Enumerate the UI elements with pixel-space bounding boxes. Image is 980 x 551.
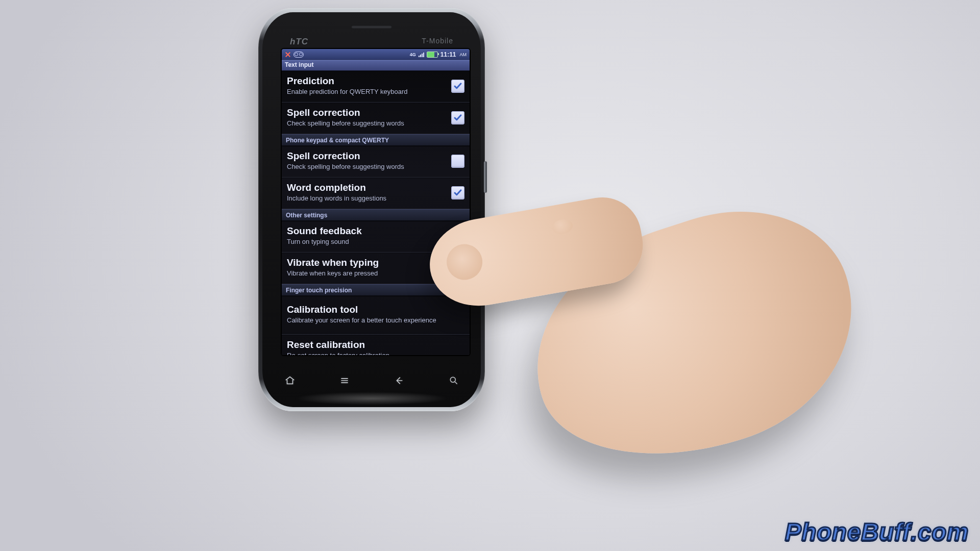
watermark: PhoneBuff.com bbox=[785, 518, 969, 546]
setting-subtitle: Re-set screen to factory calibration bbox=[287, 352, 464, 355]
finger-shadow bbox=[429, 219, 541, 281]
checkbox-spell-correction-qwerty[interactable] bbox=[451, 111, 464, 124]
home-button[interactable] bbox=[282, 373, 298, 388]
checkbox-spell-correction-keypad[interactable] bbox=[451, 155, 464, 168]
error-icon bbox=[285, 52, 291, 58]
setting-title: Prediction bbox=[287, 76, 447, 87]
setting-title: Spell correction bbox=[287, 151, 447, 162]
phone-chin-reflection bbox=[295, 392, 448, 405]
setting-row-word-completion[interactable]: Word completion Include long words in su… bbox=[282, 178, 470, 209]
phone-side-button bbox=[484, 161, 487, 193]
knuckle bbox=[551, 218, 574, 236]
phone-body: hTC T-Mobile 4G 11:11AM Text input bbox=[258, 8, 485, 411]
phone-brand: hTC bbox=[290, 37, 308, 47]
setting-title: Word completion bbox=[287, 183, 447, 193]
setting-title: Reset calibration bbox=[287, 340, 464, 350]
section-header-finger-touch-precision: Finger touch precision bbox=[282, 284, 470, 296]
setting-title: Calibration tool bbox=[287, 305, 464, 315]
clock-ampm: AM bbox=[460, 52, 467, 57]
check-icon bbox=[453, 113, 462, 122]
back-icon bbox=[394, 375, 405, 386]
palm bbox=[504, 180, 885, 494]
menu-button[interactable] bbox=[337, 373, 352, 388]
clock-time: 11:11 bbox=[440, 51, 456, 58]
battery-icon bbox=[427, 52, 438, 58]
status-bar: 4G 11:11AM bbox=[282, 49, 470, 60]
search-button[interactable] bbox=[446, 373, 461, 388]
search-icon bbox=[449, 375, 459, 386]
voicemail-icon bbox=[293, 52, 304, 58]
section-header-phone-keypad: Phone keypad & compact QWERTY bbox=[282, 134, 470, 146]
back-button[interactable] bbox=[391, 373, 407, 388]
checkbox-word-completion[interactable] bbox=[451, 186, 464, 199]
setting-row-spell-correction-qwerty[interactable]: Spell correction Check spelling before s… bbox=[282, 103, 470, 134]
status-right: 4G 11:11AM bbox=[410, 51, 467, 58]
phone-screen: 4G 11:11AM Text input Prediction Enable … bbox=[282, 49, 470, 355]
home-icon bbox=[284, 375, 296, 386]
setting-row-spell-correction-keypad[interactable]: Spell correction Check spelling before s… bbox=[282, 146, 470, 178]
network-type: 4G bbox=[410, 52, 416, 57]
capacitive-button-bar bbox=[262, 369, 481, 392]
settings-list[interactable]: Prediction Enable prediction for QWERTY … bbox=[282, 71, 470, 355]
setting-subtitle: Include long words in suggestions bbox=[287, 194, 447, 203]
setting-subtitle: Check spelling before suggesting words bbox=[287, 119, 447, 128]
section-header-other-settings: Other settings bbox=[282, 209, 470, 221]
setting-row-calibration-tool[interactable]: Calibration tool Calibrate your screen f… bbox=[282, 296, 470, 335]
status-left bbox=[285, 52, 304, 58]
signal-icon bbox=[419, 52, 424, 57]
menu-icon bbox=[339, 375, 350, 386]
checkbox-prediction[interactable] bbox=[451, 80, 464, 93]
setting-subtitle: Vibrate when keys are pressed bbox=[287, 269, 464, 278]
setting-subtitle: Check spelling before suggesting words bbox=[287, 163, 447, 171]
setting-row-reset-calibration[interactable]: Reset calibration Re-set screen to facto… bbox=[282, 335, 470, 355]
setting-subtitle: Enable prediction for QWERTY keyboard bbox=[287, 88, 447, 96]
phone-bezel: hTC T-Mobile 4G 11:11AM Text input bbox=[262, 12, 481, 407]
setting-title: Spell correction bbox=[287, 108, 447, 118]
check-icon bbox=[453, 82, 462, 91]
phone-carrier: T-Mobile bbox=[422, 37, 453, 45]
check-icon bbox=[453, 188, 462, 197]
svg-point-0 bbox=[450, 377, 455, 382]
earpiece bbox=[351, 26, 392, 29]
photo-background: hTC T-Mobile 4G 11:11AM Text input bbox=[0, 0, 980, 551]
setting-subtitle: Calibrate your screen for a better touch… bbox=[287, 316, 464, 324]
screen-title: Text input bbox=[282, 60, 470, 71]
setting-row-prediction[interactable]: Prediction Enable prediction for QWERTY … bbox=[282, 71, 470, 103]
